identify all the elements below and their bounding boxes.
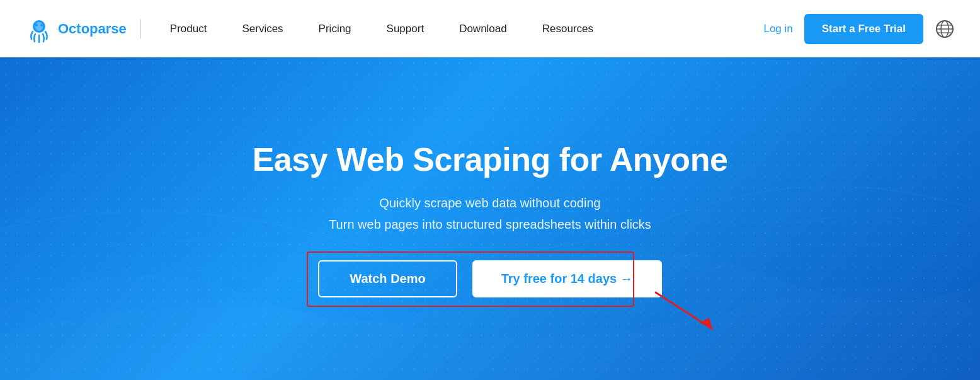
svg-marker-10: [700, 318, 712, 329]
nav-item-support[interactable]: Support: [369, 0, 442, 57]
watch-demo-button[interactable]: Watch Demo: [318, 260, 457, 297]
hero-subtitle-line1: Quickly scrape web data without coding: [329, 192, 651, 214]
nav-item-download[interactable]: Download: [442, 0, 525, 57]
try-free-button[interactable]: Try free for 14 days →: [472, 260, 662, 297]
hero-content: Easy Web Scraping for Anyone Quickly scr…: [253, 141, 728, 297]
logo-link[interactable]: Octoparse: [25, 15, 127, 43]
nav-item-product[interactable]: Product: [152, 0, 225, 57]
navbar: Octoparse Product Services Pricing Suppo…: [0, 0, 980, 57]
nav-divider: [140, 20, 141, 38]
svg-point-1: [35, 22, 43, 31]
svg-point-3: [40, 24, 43, 26]
svg-point-2: [35, 24, 38, 26]
hero-subtitle: Quickly scrape web data without coding T…: [329, 192, 651, 235]
navbar-actions: Log in Start a Free Trial: [763, 14, 955, 44]
brand-name: Octoparse: [58, 21, 127, 37]
nav-item-resources[interactable]: Resources: [525, 0, 611, 57]
nav-item-pricing[interactable]: Pricing: [301, 0, 369, 57]
logo-icon: [25, 15, 53, 43]
free-trial-button[interactable]: Start a Free Trial: [804, 14, 923, 44]
hero-title: Easy Web Scraping for Anyone: [253, 141, 728, 178]
svg-line-9: [656, 292, 712, 329]
login-button[interactable]: Log in: [763, 23, 792, 35]
hero-buttons: Watch Demo Try free for 14 days →: [318, 260, 661, 297]
hero-subtitle-line2: Turn web pages into structured spreadshe…: [329, 214, 651, 235]
hero-section: Easy Web Scraping for Anyone Quickly scr…: [0, 57, 980, 380]
nav-links: Product Services Pricing Support Downloa…: [152, 0, 764, 57]
globe-icon[interactable]: [935, 19, 955, 39]
nav-item-services[interactable]: Services: [224, 0, 300, 57]
